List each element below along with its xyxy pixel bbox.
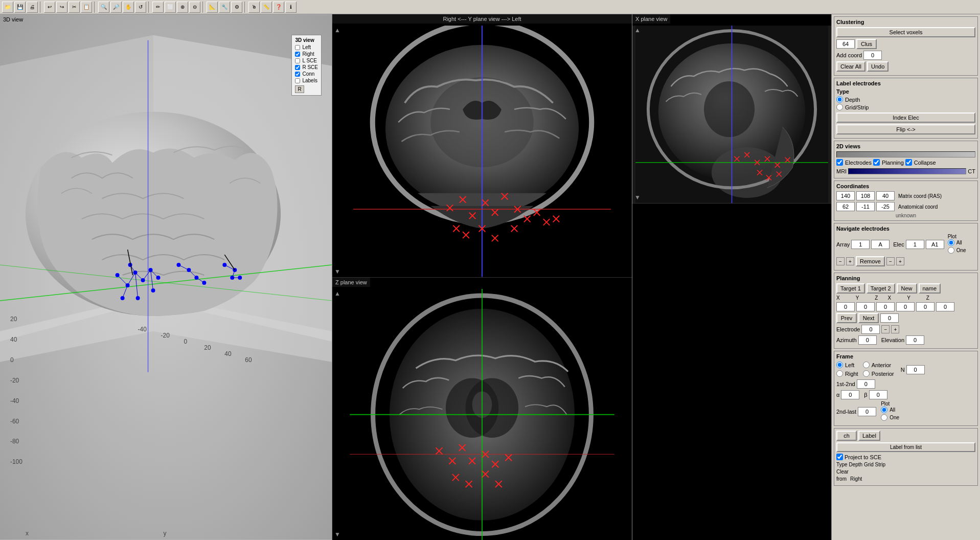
- add-coord-input[interactable]: [863, 51, 882, 60]
- project-to-sce-cb[interactable]: [836, 454, 843, 460]
- btn3[interactable]: 🖨: [27, 2, 38, 13]
- next-val-input[interactable]: [880, 313, 899, 323]
- open-btn[interactable]: 📁: [2, 2, 13, 13]
- t1-x-input[interactable]: [836, 302, 855, 311]
- second-last-input[interactable]: [858, 407, 876, 416]
- btn12[interactable]: ✏: [152, 2, 164, 13]
- planning-cb[interactable]: [873, 159, 880, 166]
- legend-rsce-cb[interactable]: [295, 65, 300, 70]
- grid-strip-radio[interactable]: [836, 104, 843, 110]
- target1-btn[interactable]: Target 1: [836, 283, 865, 294]
- btn9[interactable]: 🔎: [110, 2, 122, 13]
- legend-lsce-cb[interactable]: [295, 58, 300, 63]
- nav-plus-btn[interactable]: +: [846, 257, 854, 265]
- n-input[interactable]: [906, 365, 925, 374]
- target2-btn[interactable]: Target 2: [867, 283, 895, 294]
- ch-btn[interactable]: ch: [836, 431, 857, 441]
- y-plane-scroll-down[interactable]: ▼: [334, 268, 340, 275]
- view-slider[interactable]: [836, 151, 975, 158]
- cluster-value-input[interactable]: [836, 39, 855, 49]
- btn17[interactable]: 🔧: [219, 2, 230, 13]
- flip-btn[interactable]: Flip <->: [836, 124, 975, 134]
- undo-btn[interactable]: Undo: [867, 61, 888, 72]
- t1-y-input[interactable]: [856, 302, 875, 311]
- frame-anterior-radio[interactable]: [863, 362, 870, 368]
- btn13[interactable]: ⬜: [165, 2, 176, 13]
- t2-y-label: Y: [907, 295, 910, 301]
- label-from-list-btn[interactable]: Label from list: [836, 442, 975, 452]
- electrodes-cb[interactable]: [836, 159, 843, 166]
- btn6[interactable]: ✂: [69, 2, 80, 13]
- frame-left-radio[interactable]: [836, 362, 843, 368]
- y-plane-image[interactable]: [332, 26, 632, 277]
- elevation-input[interactable]: [906, 335, 924, 345]
- x-plane-image[interactable]: [632, 26, 831, 203]
- label-btn[interactable]: Label: [858, 431, 880, 441]
- svg-text:x: x: [26, 530, 29, 537]
- clear-all-btn[interactable]: Clear All: [836, 61, 865, 72]
- btn15[interactable]: ⊖: [189, 2, 200, 13]
- collapse-cb[interactable]: [905, 159, 912, 166]
- prev-btn[interactable]: Prev: [836, 313, 857, 323]
- btn2[interactable]: 💾: [14, 2, 26, 13]
- btn14[interactable]: ⊕: [177, 2, 188, 13]
- clus-btn[interactable]: Clus: [856, 39, 877, 49]
- frame-one-radio[interactable]: [881, 414, 887, 421]
- x-plane-scroll-up[interactable]: ▲: [634, 27, 641, 34]
- legend-labels-cb[interactable]: [295, 78, 300, 83]
- views-2d-section: 2D views Electrodes Planning Collapse: [834, 141, 978, 178]
- brain-view[interactable]: 0 40 20 -20 -40 -60 -80 -100 x 60 40 20 …: [0, 14, 332, 540]
- z-plane-image[interactable]: [332, 289, 632, 541]
- nav-all-radio[interactable]: [948, 239, 954, 246]
- array-name-input[interactable]: [871, 240, 890, 249]
- frame-posterior-radio[interactable]: [863, 370, 870, 377]
- t2-y-input[interactable]: [916, 302, 935, 311]
- btn11[interactable]: ↺: [135, 2, 146, 13]
- btn20[interactable]: 📏: [261, 2, 272, 13]
- legend-right-cb[interactable]: [295, 52, 300, 57]
- azimuth-input[interactable]: [858, 335, 877, 345]
- frame-right-radio[interactable]: [836, 370, 843, 377]
- nav-minus-btn[interactable]: −: [836, 257, 845, 265]
- btn4[interactable]: ↩: [44, 2, 55, 13]
- elec-val-input[interactable]: [906, 240, 924, 249]
- beta-input[interactable]: [869, 390, 887, 399]
- legend-r-button[interactable]: R: [295, 85, 304, 93]
- elec-name-input[interactable]: [926, 240, 944, 249]
- y-plane-scroll-up[interactable]: ▲: [334, 27, 340, 34]
- btn10[interactable]: ✋: [123, 2, 134, 13]
- z-plane-scroll-down[interactable]: ▼: [334, 531, 340, 538]
- nav-plus2-btn[interactable]: +: [896, 257, 904, 265]
- btn16[interactable]: 📐: [207, 2, 218, 13]
- frame-all-radio[interactable]: [881, 407, 887, 413]
- btn22[interactable]: ℹ: [285, 2, 297, 13]
- btn19[interactable]: 🖱: [248, 2, 260, 13]
- btn5[interactable]: ↪: [56, 2, 67, 13]
- remove-btn[interactable]: Remove: [856, 256, 885, 266]
- electrode-plan-input[interactable]: [861, 325, 880, 334]
- legend-left-cb[interactable]: [295, 45, 300, 50]
- array-val-input[interactable]: [851, 240, 870, 249]
- btn21[interactable]: ❓: [273, 2, 284, 13]
- index-elec-btn[interactable]: Index Elec: [836, 112, 975, 123]
- depth-radio[interactable]: [836, 96, 843, 103]
- first-second-input[interactable]: [857, 379, 875, 389]
- alpha-input[interactable]: [841, 390, 859, 399]
- plan-plus-btn[interactable]: +: [891, 325, 899, 333]
- btn18[interactable]: ⚙: [231, 2, 242, 13]
- btn7[interactable]: 📋: [81, 2, 92, 13]
- z-plane-scroll-up[interactable]: ▲: [334, 290, 340, 297]
- x-plane-scroll-down[interactable]: ▼: [634, 194, 641, 201]
- nav-minus2-btn[interactable]: −: [886, 257, 895, 265]
- t2-z-input[interactable]: [936, 302, 954, 311]
- new-btn[interactable]: New: [897, 283, 917, 294]
- plan-minus-btn[interactable]: −: [881, 325, 890, 333]
- nav-one-radio[interactable]: [948, 247, 954, 254]
- next-btn[interactable]: Next: [858, 313, 879, 323]
- legend-conn-cb[interactable]: [295, 72, 300, 77]
- select-voxels-btn[interactable]: Select voxels: [836, 27, 975, 37]
- btn8[interactable]: 🔍: [98, 2, 109, 13]
- t2-x-input[interactable]: [896, 302, 915, 311]
- name-btn[interactable]: name: [919, 283, 941, 294]
- t1-z-input[interactable]: [876, 302, 895, 311]
